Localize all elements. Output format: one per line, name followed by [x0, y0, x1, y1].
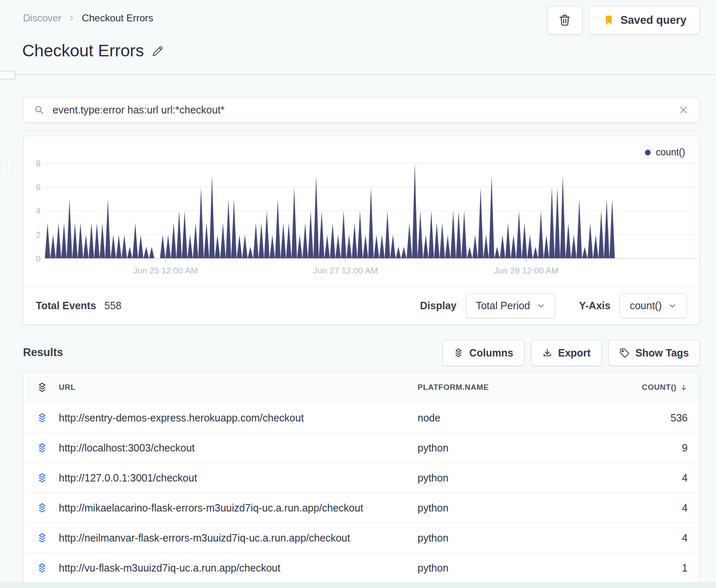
row-count: 9	[682, 442, 699, 454]
row-count: 1	[682, 562, 699, 574]
row-platform: python	[418, 502, 611, 514]
export-button-label: Export	[558, 347, 591, 359]
tag-icon	[619, 348, 630, 358]
search-icon	[34, 105, 44, 115]
y-axis-dropdown[interactable]: count()	[619, 294, 687, 318]
clear-search-icon[interactable]	[679, 105, 688, 115]
page-title: Checkout Errors	[22, 41, 164, 60]
saved-query-button[interactable]: Saved query	[589, 6, 700, 35]
svg-text:0: 0	[36, 254, 41, 263]
column-header-platform[interactable]: PLATFORM.NAME	[418, 383, 611, 392]
side-drag-handle[interactable]	[7, 160, 12, 174]
delete-query-button[interactable]	[547, 6, 582, 35]
stack-icon	[37, 382, 48, 393]
row-count: 536	[670, 412, 699, 424]
svg-text:Jun 29 12:00 AM: Jun 29 12:00 AM	[494, 266, 559, 275]
edit-pencil-icon[interactable]	[151, 44, 164, 58]
row-platform: python	[418, 472, 611, 484]
row-url[interactable]: http://127.0.0.1:3001/checkout	[59, 472, 418, 484]
table-row[interactable]: http://127.0.0.1:3001/checkout python 4	[23, 463, 699, 493]
show-tags-button[interactable]: Show Tags	[608, 340, 700, 366]
download-icon	[542, 348, 552, 358]
events-spike-chart[interactable]: 02468Jun 25 12:00 AMJun 27 12:00 AMJun 2…	[23, 152, 697, 292]
row-count: 4	[682, 502, 699, 514]
stack-icon[interactable]	[37, 442, 48, 454]
display-dropdown-value: Total Period	[476, 300, 530, 312]
row-url[interactable]: http://neilmanvar-flask-errors-m3uuizd7i…	[59, 532, 418, 544]
breadcrumb-discover[interactable]: Discover	[23, 12, 61, 24]
svg-text:8: 8	[36, 158, 41, 168]
stack-icon[interactable]	[37, 532, 48, 544]
row-platform: node	[418, 412, 611, 424]
table-row[interactable]: http://localhost:3003/checkout python 9	[23, 433, 699, 463]
total-events-value: 558	[104, 300, 122, 312]
display-label: Display	[420, 300, 457, 312]
chevron-down-icon	[537, 302, 545, 310]
total-events-label: Total Events	[36, 300, 96, 312]
columns-button[interactable]: Columns	[442, 340, 524, 366]
chart-footer: Total Events 558 Display Total Period Y-…	[23, 287, 699, 324]
row-url[interactable]: http://vu-flask-m3uuizd7iq-uc.a.run.app/…	[59, 562, 418, 574]
trash-icon	[558, 14, 571, 27]
saved-query-label: Saved query	[620, 14, 686, 27]
table-row[interactable]: http://mikaelacarino-flask-errors-m3uuiz…	[23, 493, 699, 523]
export-button[interactable]: Export	[531, 340, 602, 366]
stack-icon[interactable]	[37, 412, 48, 424]
svg-text:2: 2	[36, 230, 41, 239]
results-actions: Columns Export Show Tags	[442, 340, 700, 366]
layers-icon	[453, 348, 464, 358]
drawer-handle[interactable]	[0, 71, 15, 79]
breadcrumb: Discover Checkout Errors	[23, 12, 153, 24]
row-count: 4	[682, 532, 699, 544]
page-title-text: Checkout Errors	[22, 41, 144, 60]
table-header-row: URL PLATFORM.NAME COUNT()	[23, 372, 699, 403]
table-row[interactable]: http://vu-flask-m3uuizd7iq-uc.a.run.app/…	[23, 553, 699, 583]
columns-button-label: Columns	[469, 347, 513, 359]
row-url[interactable]: http://localhost:3003/checkout	[59, 442, 418, 454]
row-count: 4	[682, 472, 699, 484]
row-url[interactable]: http://sentry-demos-express.herokuapp.co…	[59, 412, 418, 424]
stack-icon[interactable]	[37, 563, 48, 574]
stack-icon[interactable]	[37, 502, 48, 514]
section-divider	[0, 74, 716, 75]
row-platform: python	[418, 442, 611, 454]
search-bar[interactable]: event.type:error has:url url:*checkout*	[23, 97, 700, 123]
table-body: http://sentry-demos-express.herokuapp.co…	[23, 403, 699, 583]
chevron-right-icon	[68, 14, 75, 22]
top-actions: Saved query	[547, 6, 700, 35]
svg-text:4: 4	[36, 206, 41, 215]
row-platform: python	[418, 562, 611, 574]
row-platform: python	[418, 532, 611, 544]
y-axis-dropdown-value: count()	[630, 300, 662, 312]
stack-icon[interactable]	[37, 472, 48, 484]
results-table: URL PLATFORM.NAME COUNT() http://sentry-…	[23, 371, 700, 583]
column-header-count[interactable]: COUNT()	[642, 383, 699, 392]
show-tags-button-label: Show Tags	[635, 347, 689, 359]
svg-text:Jun 25 12:00 AM: Jun 25 12:00 AM	[133, 266, 198, 275]
row-url[interactable]: http://mikaelacarino-flask-errors-m3uuiz…	[59, 502, 418, 514]
svg-text:6: 6	[36, 182, 41, 192]
bookmark-icon	[603, 14, 614, 26]
svg-text:Jun 27 12:00 AM: Jun 27 12:00 AM	[313, 266, 378, 275]
table-row[interactable]: http://neilmanvar-flask-errors-m3uuizd7i…	[23, 523, 699, 553]
column-header-url[interactable]: URL	[59, 383, 418, 392]
bottom-strip	[0, 582, 716, 588]
search-input[interactable]: event.type:error has:url url:*checkout*	[53, 104, 679, 116]
breadcrumb-current: Checkout Errors	[82, 12, 153, 24]
display-dropdown[interactable]: Total Period	[466, 294, 555, 318]
results-heading: Results	[23, 346, 63, 359]
y-axis-label: Y-Axis	[579, 300, 610, 312]
chevron-down-icon	[668, 302, 677, 310]
sort-desc-icon	[680, 384, 688, 391]
table-row[interactable]: http://sentry-demos-express.herokuapp.co…	[23, 403, 699, 433]
events-chart-panel: count() 02468Jun 25 12:00 AMJun 27 12:00…	[23, 136, 700, 325]
